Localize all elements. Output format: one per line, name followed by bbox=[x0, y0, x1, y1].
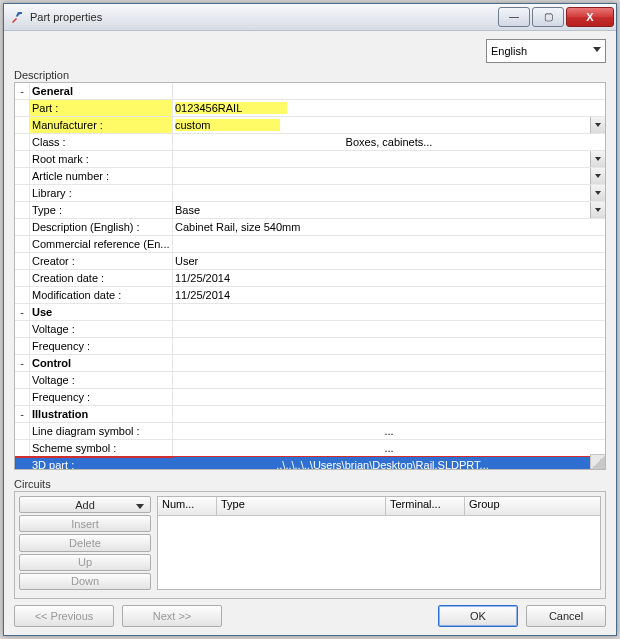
cancel-button[interactable]: Cancel bbox=[526, 605, 606, 627]
circuits-panel: Add Insert Delete Up Down Num... Type Te… bbox=[14, 491, 606, 599]
window-buttons: — ▢ X bbox=[496, 7, 616, 27]
field-library[interactable]: Library : bbox=[15, 185, 605, 202]
language-value: English bbox=[491, 45, 527, 57]
dropdown-icon[interactable] bbox=[590, 117, 605, 133]
collapse-icon[interactable]: - bbox=[15, 83, 30, 99]
field-description-en[interactable]: Description (English) :Cabinet Rail, siz… bbox=[15, 219, 605, 236]
field-article-number[interactable]: Article number : bbox=[15, 168, 605, 185]
add-button[interactable]: Add bbox=[19, 496, 151, 513]
field-class[interactable]: Class : Boxes, cabinets... bbox=[15, 134, 605, 151]
field-type[interactable]: Type :Base bbox=[15, 202, 605, 219]
minimize-icon: — bbox=[509, 12, 519, 22]
insert-button[interactable]: Insert bbox=[19, 515, 151, 532]
wrench-screwdriver-icon bbox=[10, 10, 24, 24]
close-button[interactable]: X bbox=[566, 7, 614, 27]
close-icon: X bbox=[586, 12, 593, 23]
circuits-label: Circuits bbox=[14, 478, 606, 490]
titlebar[interactable]: Part properties — ▢ X bbox=[4, 4, 616, 31]
next-button[interactable]: Next >> bbox=[122, 605, 222, 627]
property-grid: - General Part : 0123456RAIL Manufacture… bbox=[14, 82, 606, 470]
window-title: Part properties bbox=[30, 11, 102, 23]
field-part[interactable]: Part : 0123456RAIL bbox=[15, 100, 605, 117]
field-control-frequency[interactable]: Frequency : bbox=[15, 389, 605, 406]
ok-button[interactable]: OK bbox=[438, 605, 518, 627]
field-creator[interactable]: Creator :User bbox=[15, 253, 605, 270]
field-line-diagram-symbol[interactable]: Line diagram symbol :... bbox=[15, 423, 605, 440]
maximize-button[interactable]: ▢ bbox=[532, 7, 564, 27]
resize-grip-icon[interactable] bbox=[590, 454, 605, 469]
col-num[interactable]: Num... bbox=[158, 497, 217, 515]
col-group[interactable]: Group bbox=[465, 497, 533, 515]
maximize-icon: ▢ bbox=[544, 12, 553, 22]
field-manufacturer[interactable]: Manufacturer : custom bbox=[15, 117, 605, 134]
field-creation-date[interactable]: Creation date :11/25/2014 bbox=[15, 270, 605, 287]
collapse-icon[interactable]: - bbox=[15, 355, 30, 371]
dialog-part-properties: Part properties — ▢ X English Descriptio… bbox=[3, 3, 617, 636]
client-area: English Description - General Part : 012… bbox=[4, 31, 616, 635]
field-control-voltage[interactable]: Voltage : bbox=[15, 372, 605, 389]
circuits-list[interactable]: Num... Type Terminal... Group bbox=[157, 496, 601, 590]
category-use[interactable]: -Use bbox=[15, 304, 605, 321]
category-control[interactable]: -Control bbox=[15, 355, 605, 372]
down-button[interactable]: Down bbox=[19, 573, 151, 590]
field-use-voltage[interactable]: Voltage : bbox=[15, 321, 605, 338]
language-select[interactable]: English bbox=[486, 39, 606, 63]
col-terminal[interactable]: Terminal... bbox=[386, 497, 465, 515]
nav-row: << Previous Next >> OK Cancel bbox=[14, 605, 606, 627]
col-type[interactable]: Type bbox=[217, 497, 386, 515]
dropdown-icon[interactable] bbox=[590, 202, 605, 218]
category-general[interactable]: - General bbox=[15, 83, 605, 100]
circuits-list-header: Num... Type Terminal... Group bbox=[158, 497, 600, 516]
delete-button[interactable]: Delete bbox=[19, 534, 151, 551]
previous-button[interactable]: << Previous bbox=[14, 605, 114, 627]
up-button[interactable]: Up bbox=[19, 554, 151, 571]
field-modification-date[interactable]: Modification date :11/25/2014 bbox=[15, 287, 605, 304]
field-use-frequency[interactable]: Frequency : bbox=[15, 338, 605, 355]
dropdown-icon[interactable] bbox=[590, 151, 605, 167]
description-label: Description bbox=[14, 69, 606, 81]
field-commercial-ref[interactable]: Commercial reference (En... bbox=[15, 236, 605, 253]
field-scheme-symbol[interactable]: Scheme symbol :... bbox=[15, 440, 605, 457]
collapse-icon[interactable]: - bbox=[15, 304, 30, 320]
collapse-icon[interactable]: - bbox=[15, 406, 30, 422]
field-root-mark[interactable]: Root mark : bbox=[15, 151, 605, 168]
dropdown-icon[interactable] bbox=[590, 185, 605, 201]
category-illustration[interactable]: -Illustration bbox=[15, 406, 605, 423]
minimize-button[interactable]: — bbox=[498, 7, 530, 27]
field-3d-part[interactable]: 3D part :..\..\..\..\Users\brian\Desktop… bbox=[15, 457, 605, 469]
dropdown-icon[interactable] bbox=[590, 168, 605, 184]
